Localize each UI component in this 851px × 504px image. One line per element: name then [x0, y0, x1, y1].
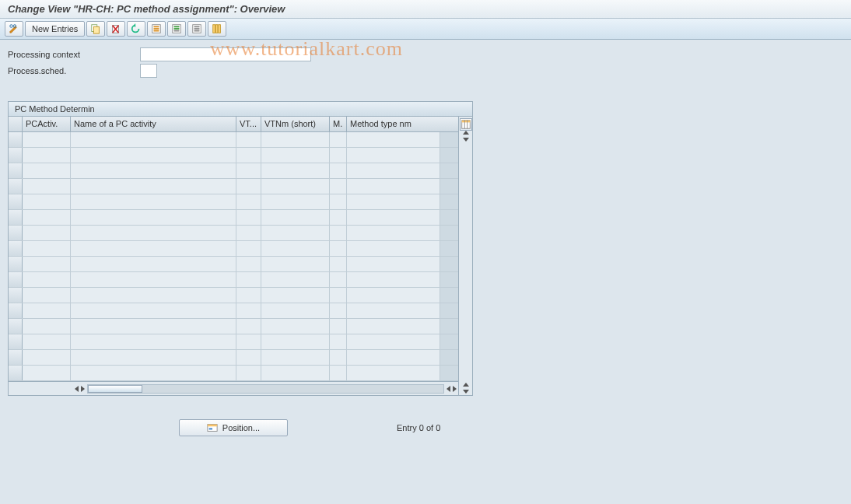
panel-title: PC Method Determin: [9, 102, 472, 117]
deselect-all-icon: [191, 23, 202, 34]
col-pcactiv[interactable]: PCActiv.: [23, 117, 71, 131]
col-vt[interactable]: VT...: [236, 117, 261, 131]
table-row[interactable]: [9, 194, 458, 210]
undo-change-button[interactable]: [127, 21, 145, 37]
pc-method-panel: PC Method Determin PCActiv. Name of a PC…: [8, 101, 473, 396]
svg-rect-9: [154, 28, 159, 30]
application-toolbar: New Entries: [0, 19, 851, 40]
grid-wrap: PCActiv. Name of a PC activity VT... VTN…: [9, 117, 472, 395]
table-row[interactable]: [9, 272, 458, 288]
svg-rect-19: [213, 25, 215, 33]
content-area: Processing context Process.sched. PC Met…: [0, 40, 851, 444]
new-entries-button[interactable]: New Entries: [25, 21, 85, 37]
table-row[interactable]: [9, 288, 458, 303]
col-method-type[interactable]: Method type nm: [347, 117, 440, 131]
table-row[interactable]: [9, 241, 458, 257]
table-row[interactable]: [9, 148, 458, 163]
table-row[interactable]: [9, 226, 458, 241]
hscroll-track[interactable]: [87, 384, 444, 394]
table-row[interactable]: [9, 350, 458, 366]
process-sched-input[interactable]: [140, 64, 157, 78]
page-title: Change View "HR-CH: PC method assignment…: [0, 0, 851, 19]
toggle-display-change-button[interactable]: [5, 21, 23, 37]
table-row[interactable]: [9, 257, 458, 272]
table-row[interactable]: [9, 366, 458, 381]
position-icon: [207, 422, 218, 433]
svg-rect-10: [154, 30, 159, 32]
process-sched-label: Process.sched.: [8, 66, 140, 75]
position-button[interactable]: Position...: [179, 419, 288, 436]
deselect-all-button[interactable]: [187, 21, 206, 37]
svg-rect-16: [194, 26, 200, 28]
svg-rect-13: [174, 28, 180, 30]
undo-icon: [131, 23, 142, 34]
footer-row: Position... Entry 0 of 0: [8, 419, 843, 436]
col-name[interactable]: Name of a PC activity: [71, 117, 236, 131]
scroll-up-end-icon[interactable]: [463, 383, 469, 387]
table-config-icon: [461, 119, 471, 130]
table-row[interactable]: [9, 303, 458, 319]
col-vtnm[interactable]: VTNm (short): [261, 117, 330, 131]
scroll-right-icon[interactable]: [81, 386, 85, 392]
svg-rect-17: [194, 28, 200, 30]
process-sched-row: Process.sched.: [8, 64, 843, 78]
select-all-icon: [151, 23, 162, 34]
svg-rect-28: [208, 428, 212, 430]
scroll-right-end-icon[interactable]: [453, 386, 457, 392]
table-row[interactable]: [9, 163, 458, 179]
grid-header: PCActiv. Name of a PC activity VT... VTN…: [9, 117, 458, 132]
horizontal-scrollbar[interactable]: [9, 381, 458, 395]
svg-rect-21: [219, 25, 221, 33]
scroll-up-icon[interactable]: [463, 131, 469, 135]
new-entries-label: New Entries: [32, 24, 78, 33]
grid-body: [9, 132, 458, 381]
copy-icon: [90, 23, 101, 34]
table-settings-button[interactable]: [208, 21, 226, 37]
svg-rect-14: [174, 30, 180, 32]
copy-as-button[interactable]: [86, 21, 105, 37]
col-m[interactable]: M.: [330, 117, 347, 131]
svg-point-0: [10, 25, 13, 28]
svg-rect-8: [154, 26, 159, 28]
hscroll-thumb[interactable]: [88, 385, 142, 393]
scroll-down-icon[interactable]: [463, 138, 469, 142]
svg-rect-3: [94, 26, 100, 33]
table-row[interactable]: [9, 210, 458, 226]
svg-rect-27: [208, 425, 217, 427]
table-row[interactable]: [9, 132, 458, 148]
table-row[interactable]: [9, 319, 458, 334]
svg-rect-12: [174, 26, 180, 28]
delete-button[interactable]: [107, 21, 125, 37]
svg-rect-20: [216, 25, 219, 33]
svg-rect-18: [194, 30, 200, 32]
entry-count-label: Entry 0 of 0: [397, 423, 440, 432]
table-config-button[interactable]: [460, 118, 472, 131]
select-block-icon: [171, 23, 182, 34]
vertical-scrollbar[interactable]: [458, 117, 472, 395]
scroll-left-icon[interactable]: [75, 386, 79, 392]
processing-context-label: Processing context: [8, 50, 140, 59]
svg-rect-23: [461, 121, 470, 123]
data-grid: PCActiv. Name of a PC activity VT... VTN…: [9, 117, 458, 395]
processing-context-row: Processing context: [8, 47, 843, 61]
column-config-icon: [212, 23, 222, 34]
select-all-button[interactable]: [147, 21, 166, 37]
table-row[interactable]: [9, 334, 458, 350]
scroll-down-end-icon[interactable]: [463, 390, 469, 394]
processing-context-input[interactable]: [140, 47, 311, 61]
delete-icon: [110, 23, 121, 34]
position-label: Position...: [222, 423, 260, 432]
table-row[interactable]: [9, 179, 458, 194]
pencil-glasses-icon: [9, 23, 19, 34]
scroll-left-end-icon[interactable]: [447, 386, 450, 392]
row-selector-header[interactable]: [9, 117, 23, 131]
select-block-button[interactable]: [167, 21, 186, 37]
